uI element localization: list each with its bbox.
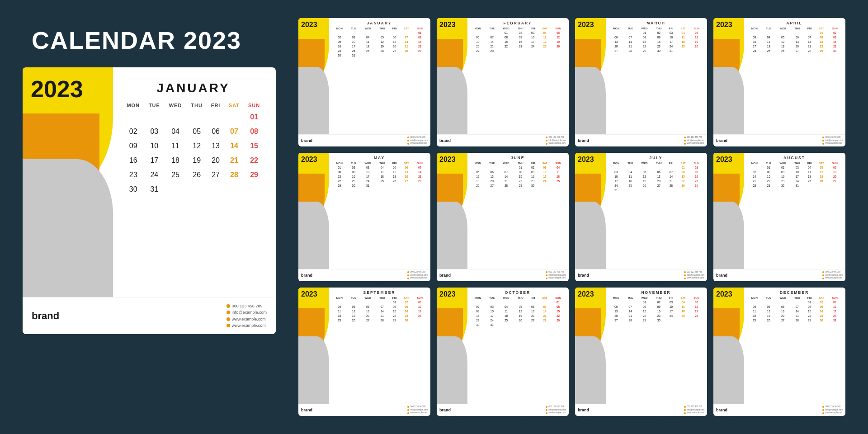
day-04: 04 xyxy=(164,124,186,139)
col-sat: SAT xyxy=(225,101,244,110)
small-calendar-nov: 2023 NOVEMBER MONTUEWEDTHUFRISATSUN 0102… xyxy=(575,288,707,416)
s-year-oct: 2023 xyxy=(439,290,456,298)
day-06: 06 xyxy=(207,124,225,139)
s-brand-jun: brand xyxy=(439,273,451,278)
right-panel: 2023 JANUARY MONTUEWEDTHUFRISATSUN 01 02… xyxy=(298,18,845,416)
col-sun: SUN xyxy=(244,101,264,110)
s-brand-mar: brand xyxy=(578,138,589,143)
contact-info: 000 123 456 789 info@example.com www.exa… xyxy=(226,303,267,329)
small-calendar-jan: 2023 JANUARY MONTUEWEDTHUFRISATSUN 01 02… xyxy=(298,18,430,146)
day-02: 02 xyxy=(122,124,144,139)
email-icon xyxy=(226,311,230,314)
s-month-jun: JUNE xyxy=(470,156,565,160)
s-month-feb: FEBRUARY xyxy=(470,21,565,25)
s-year-jun: 2023 xyxy=(439,156,456,164)
small-calendar-jun: 2023 JUNE MONTUEWEDTHUFRISATSUN 01020304… xyxy=(437,153,569,281)
col-tue: TUE xyxy=(144,101,164,110)
large-cal-decoration: 2023 xyxy=(23,67,113,297)
s-year-aug: 2023 xyxy=(716,156,732,164)
s-month-aug: AUGUST xyxy=(747,156,842,160)
large-calendar-january: 2023 JANUARY MON TUE WED THU xyxy=(23,67,276,334)
phone-icon xyxy=(226,304,230,308)
website2-item: www.example.com xyxy=(226,322,267,329)
s-brand-sep: brand xyxy=(301,408,312,412)
s-month-apr: APRIL xyxy=(747,21,842,25)
small-calendar-feb: 2023 FEBRUARY MONTUEWEDTHUFRISATSUN 0102… xyxy=(437,18,569,146)
s-brand-nov: brand xyxy=(578,408,589,412)
s-year-may: 2023 xyxy=(301,156,317,164)
large-month-name: JANUARY xyxy=(122,81,264,95)
website-icon xyxy=(226,317,230,321)
s-month-jul: JULY xyxy=(609,156,703,160)
large-cal-content: JANUARY MON TUE WED THU FRI SAT xyxy=(113,67,276,297)
brand-name: brand xyxy=(32,310,59,322)
day-08: 08 xyxy=(244,124,264,139)
s-month-may: MAY xyxy=(332,156,427,160)
website2-icon xyxy=(226,324,230,327)
phone-item: 000 123 456 789 xyxy=(226,303,267,309)
small-calendar-oct: 2023 OCTOBER MONTUEWEDTHUFRISATSUN 01 02… xyxy=(437,288,569,416)
s-month-jan: JANUARY xyxy=(332,21,427,25)
col-wed: WED xyxy=(164,101,186,110)
s-brand-may: brand xyxy=(301,273,312,278)
website-item: www.example.com xyxy=(226,316,267,322)
phone-text: 000 123 456 789 xyxy=(232,303,263,309)
col-thu: THU xyxy=(187,101,207,110)
small-calendar-apr: 2023 APRIL MONTUEWEDTHUFRISATSUN 0102 03… xyxy=(713,18,845,146)
s-brand-dec: brand xyxy=(716,408,727,412)
website-text: www.example.com xyxy=(232,316,266,322)
day-07: 07 xyxy=(225,124,244,139)
s-month-nov: NOVEMBER xyxy=(609,290,703,295)
main-container: CALENDAR 2023 2023 JANUARY xyxy=(0,0,868,434)
day-05: 05 xyxy=(187,124,207,139)
small-calendar-jul: 2023 JULY MONTUEWEDTHUFRISATSUN 0102 030… xyxy=(575,153,707,281)
s-year-mar: 2023 xyxy=(578,21,594,29)
email-text: info@example.com xyxy=(232,309,267,316)
small-calendar-mar: 2023 MARCH MONTUEWEDTHUFRISATSUN 0102030… xyxy=(575,18,707,146)
s-year-apr: 2023 xyxy=(716,21,732,29)
s-brand-jul: brand xyxy=(578,273,589,278)
title-section: CALENDAR 2023 xyxy=(23,18,285,58)
day-03: 03 xyxy=(144,124,164,139)
col-fri: FRI xyxy=(207,101,225,110)
s-year-feb: 2023 xyxy=(439,21,456,29)
small-calendar-dec: 2023 DECEMBER MONTUEWEDTHUFRISATSUN 0102… xyxy=(713,288,845,416)
main-title: CALENDAR 2023 xyxy=(32,27,285,54)
s-brand-aug: brand xyxy=(716,273,727,278)
website2-text: www.example.com xyxy=(232,322,266,329)
s-year-jul: 2023 xyxy=(578,156,594,164)
large-cal-grid: MON TUE WED THU FRI SAT SUN xyxy=(122,101,264,297)
s-month-oct: OCTOBER xyxy=(470,290,565,295)
gray-shape xyxy=(23,159,113,297)
s-year-dec: 2023 xyxy=(716,290,732,298)
s-month-sep: SEPTEMBER xyxy=(332,290,427,295)
day-01: 01 xyxy=(244,110,264,124)
email-item: info@example.com xyxy=(226,309,267,316)
s-year-jan: 2023 xyxy=(301,21,317,29)
s-brand-apr: brand xyxy=(716,138,727,143)
col-mon: MON xyxy=(122,101,144,110)
large-cal-header: 2023 JANUARY MON TUE WED THU xyxy=(23,67,276,297)
s-brand-oct: brand xyxy=(439,408,451,412)
s-year-sep: 2023 xyxy=(301,290,317,298)
s-brand-jan: brand xyxy=(301,138,312,143)
left-panel: CALENDAR 2023 2023 JANUARY xyxy=(23,18,285,416)
s-year-nov: 2023 xyxy=(578,290,594,298)
s-brand-feb: brand xyxy=(439,138,451,143)
small-calendar-aug: 2023 AUGUST MONTUEWEDTHUFRISATSUN 010203… xyxy=(713,153,845,281)
s-month-dec: DECEMBER xyxy=(747,290,842,295)
large-cal-footer: brand 000 123 456 789 info@example.com w… xyxy=(23,297,276,335)
small-calendar-may: 2023 MAY MONTUEWEDTHUFRISATSUN 010203040… xyxy=(298,153,430,281)
small-calendar-sep: 2023 SEPTEMBER MONTUEWEDTHUFRISATSUN 010… xyxy=(298,288,430,416)
s-month-mar: MARCH xyxy=(609,21,703,25)
large-year-label: 2023 xyxy=(31,75,83,103)
